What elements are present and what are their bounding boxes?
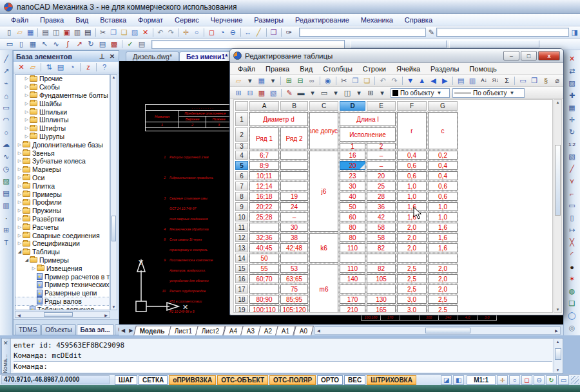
cell-A13[interactable]: 40;45 — [249, 243, 279, 252]
export-table-button[interactable]: ⊟ — [295, 75, 306, 86]
page-break-button[interactable]: ▭ — [517, 75, 528, 86]
ui-config-icon[interactable]: ◪ — [441, 375, 452, 385]
panel-tab-2[interactable]: База эл... — [77, 324, 114, 335]
border-weight-button[interactable]: ▭ — [318, 88, 330, 98]
distance-button[interactable]: ↔ — [243, 27, 253, 37]
cut-cells-button[interactable]: ✂ — [338, 75, 350, 86]
tree-item-8[interactable]: ▷Дополнительные базы — [15, 140, 110, 149]
cell-B2[interactable]: Ряд 2 — [280, 127, 308, 149]
refresh-base-button[interactable]: ⇅ — [43, 62, 55, 73]
cell-E16[interactable]: 105 — [367, 274, 396, 283]
cell-C1[interactable]: Поле допуска — [309, 112, 338, 149]
cell-A1[interactable]: Диаметр d — [249, 112, 308, 126]
zoom-all-button[interactable]: ▭ — [558, 375, 569, 385]
cell-E12[interactable]: 58 — [367, 233, 396, 242]
cell-A17[interactable] — [249, 285, 279, 294]
arc-tool[interactable]: ◠ — [1, 114, 12, 126]
status-toggle-ОТС-ПОЛЯР[interactable]: ОТС-ПОЛЯР — [269, 375, 316, 385]
cell-F15[interactable]: 2,5 — [397, 264, 427, 273]
frame-tool-button[interactable]: ▭ — [4, 39, 15, 50]
plot-settings-button[interactable]: ▤ — [40, 27, 50, 37]
cell-E18[interactable]: 130 — [367, 295, 396, 304]
collapsed-icon[interactable]: ▷ — [17, 241, 23, 246]
cell-A10[interactable]: 25;28 — [249, 212, 279, 221]
union-button[interactable]: ◍ — [565, 285, 579, 297]
ellipse-arc-tool[interactable]: ◷ — [1, 163, 12, 175]
cell-D4[interactable]: 16 — [340, 151, 365, 160]
select-tool-button[interactable]: ↖ — [39, 39, 50, 50]
break-button[interactable]: ╳ — [565, 236, 579, 248]
save-button[interactable]: ▦ — [25, 27, 35, 37]
cell-F1[interactable]: r — [397, 112, 427, 149]
cell-G11[interactable]: 1,6 — [428, 223, 458, 232]
cell-F13[interactable]: 2,0 — [397, 243, 427, 252]
tree-item-25[interactable]: ★Пример технических — [15, 281, 110, 289]
cell-A5[interactable]: 8;9 — [249, 161, 279, 170]
cell-A8[interactable]: 16;18 — [249, 192, 279, 201]
unmerge-cells-button[interactable]: ⊟ — [244, 88, 256, 98]
cell-F9[interactable]: 1,6 — [397, 202, 427, 211]
table-open-dropdown[interactable]: ▾ — [244, 75, 256, 86]
row-header-7[interactable]: 7 — [235, 182, 248, 191]
quick-search-field-2[interactable] — [436, 28, 569, 37]
paste-cells-button[interactable]: ❏ — [361, 75, 372, 86]
image-attach-tool[interactable]: ▤ — [1, 187, 12, 200]
tree-item-9[interactable]: ▷Звенья — [15, 149, 110, 157]
erase-button[interactable]: ✕ — [565, 53, 579, 65]
move-button[interactable]: ✛ — [565, 114, 579, 126]
scale-button[interactable]: 1:2 — [565, 138, 579, 151]
tree-item-13[interactable]: ▷Плитка — [15, 182, 110, 190]
row-header-17[interactable]: 17 — [235, 285, 248, 294]
cell-G17[interactable]: 2,0 — [428, 285, 458, 294]
command-panel-close-icon[interactable]: ✕ — [3, 340, 8, 346]
join-button[interactable]: ↦ — [565, 224, 579, 236]
cell-B19[interactable]: 105;120 — [280, 305, 308, 313]
cell-D14[interactable] — [340, 254, 365, 263]
rect-edit-button[interactable]: ▭ — [565, 200, 579, 212]
row-header-2[interactable]: 2 — [235, 127, 248, 142]
sort-desc-button[interactable]: Я↓ — [490, 75, 501, 86]
cell-B13[interactable]: 42;48 — [280, 243, 308, 252]
tree-item-26[interactable]: ★Размерные цепи — [15, 289, 110, 297]
cell-G10[interactable]: 1,0 — [428, 212, 458, 221]
grid-corner[interactable] — [235, 101, 248, 111]
row-header-9[interactable]: 9 — [235, 202, 248, 211]
workspace-icon[interactable]: ◧ — [453, 375, 464, 385]
paste-button[interactable]: ❏ — [119, 27, 129, 37]
menu-item-7[interactable]: Размеры — [248, 15, 289, 25]
cell-D8[interactable]: 40 — [340, 192, 365, 201]
table-insert-tool[interactable]: ⊞ — [1, 224, 12, 236]
delete-element-button[interactable]: ✕ — [15, 62, 27, 73]
cell-E4[interactable]: – — [367, 151, 396, 160]
wizard-button[interactable]: ✑ — [284, 27, 294, 37]
help-book-button[interactable]: ❒ — [268, 27, 278, 37]
normcontrol-check-button[interactable]: ✓ — [124, 39, 136, 50]
chamfer-button[interactable]: ⌐ — [565, 187, 579, 200]
cut-button[interactable]: ✂ — [97, 27, 108, 37]
base-find-button[interactable]: ◔ — [66, 62, 78, 73]
cell-A19[interactable]: 100;110 — [249, 305, 279, 313]
cell-A11[interactable] — [249, 223, 279, 232]
cell-border-button[interactable]: ◫ — [342, 88, 353, 98]
cell-B17[interactable]: 75 — [280, 285, 308, 294]
cell-B10[interactable]: – — [280, 212, 308, 221]
zoom-out-button[interactable]: ⊖ — [227, 27, 238, 37]
cell-A18[interactable]: 80;90 — [249, 295, 279, 304]
tree-item-18[interactable]: ▷Расчеты — [15, 223, 110, 231]
panel-close-icon[interactable]: ✕ — [108, 53, 116, 60]
merge-range-button[interactable]: ▦ — [256, 88, 267, 98]
cell-E11[interactable]: 58 — [367, 223, 396, 232]
zoom-out-status-button[interactable]: ⊖ — [534, 375, 545, 385]
cell-D11[interactable]: 80 — [340, 223, 365, 232]
cell-E19[interactable]: 165 — [367, 305, 396, 313]
cell-D16[interactable]: 140 — [340, 274, 365, 283]
menu-item-2[interactable]: Вид — [70, 15, 94, 25]
cell-F18[interactable]: 3,0 — [397, 295, 427, 304]
cell-F12[interactable]: 2,0 — [397, 233, 427, 242]
pin-icon[interactable]: ⊥ — [98, 53, 106, 60]
redo-button[interactable]: ↷ — [389, 75, 400, 86]
hatch-tool[interactable]: ▨ — [1, 175, 12, 187]
table-tool-button[interactable]: ▦ — [27, 39, 39, 50]
print-preview-button[interactable]: ◫ — [51, 27, 61, 37]
row-header-3[interactable]: 3 — [235, 143, 248, 149]
